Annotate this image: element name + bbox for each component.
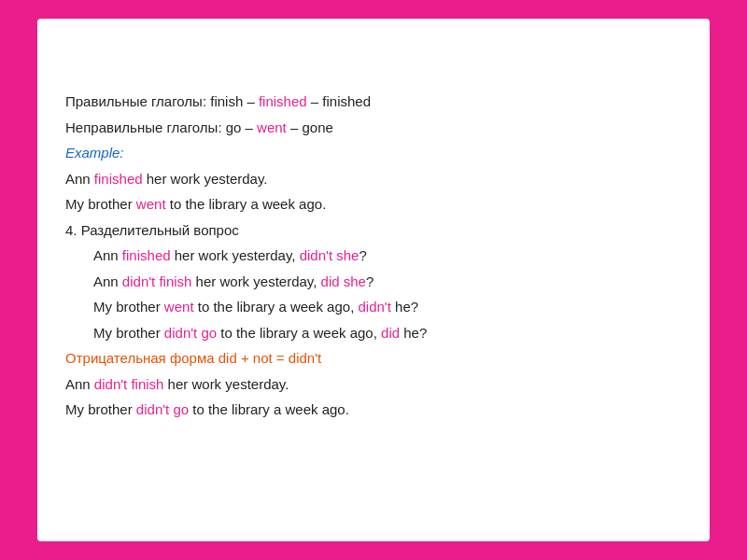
content-line-regular-verbs: Правильные глаголы: finish – finished – … (65, 90, 682, 114)
content-line-neg1: Ann didn't finish her work yesterday. (65, 372, 682, 397)
content-line-q4: My brother didn't go to the library a we… (65, 321, 682, 345)
content-line-section4: 4. Разделительный вопрос (65, 218, 682, 243)
content-line-example1: Ann finished her work yesterday. (65, 167, 682, 191)
content-line-irregular-verbs: Неправильные глаголы: go – went – gone (65, 116, 682, 140)
content-line-q3: My brother went to the library a week ag… (65, 295, 682, 319)
slide-content: Правильные глаголы: finish – finished – … (65, 90, 682, 422)
content-line-q2: Ann didn't finish her work yesterday, di… (65, 270, 682, 294)
content-line-negative-form: Отрицательная форма did + not = didn't (65, 346, 682, 371)
content-line-q1: Ann finished her work yesterday, didn't … (65, 244, 682, 268)
slide-title (65, 37, 682, 73)
content-line-example2: My brother went to the library a week ag… (65, 192, 682, 217)
content-line-neg2: My brother didn't go to the library a we… (65, 398, 682, 422)
slide: Правильные глаголы: finish – finished – … (37, 19, 710, 541)
content-line-example-label: Example: (65, 141, 682, 165)
